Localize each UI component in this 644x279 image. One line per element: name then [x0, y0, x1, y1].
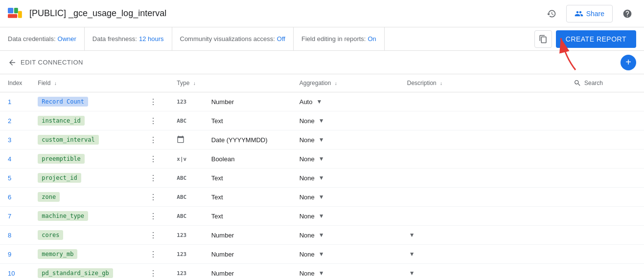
cell-field[interactable]: zone: [30, 188, 138, 207]
row-menu-icon[interactable]: ⋮: [145, 96, 161, 108]
cell-index: 8: [0, 226, 30, 245]
row-menu-icon[interactable]: ⋮: [145, 172, 161, 184]
type-sort-icon: ↓: [193, 81, 196, 86]
logo: [8, 8, 23, 20]
cell-field[interactable]: Record Count: [30, 92, 138, 111]
cell-menu[interactable]: ⋮: [138, 111, 169, 130]
cell-menu[interactable]: ⋮: [138, 92, 169, 111]
cell-index: 4: [0, 150, 30, 169]
cell-type-icon: 123: [169, 245, 203, 264]
cell-description: [399, 169, 566, 188]
back-button[interactable]: EDIT CONNECTION: [8, 58, 83, 67]
aggregation-dropdown[interactable]: ▼: [317, 192, 326, 202]
cell-menu[interactable]: ⋮: [138, 226, 169, 245]
cell-search: [566, 169, 644, 188]
share-label: Share: [586, 10, 604, 18]
help-icon: [622, 9, 632, 19]
community-value[interactable]: Off: [277, 35, 285, 43]
col-aggregation[interactable]: Aggregation ↓: [292, 74, 399, 92]
cell-menu[interactable]: ⋮: [138, 245, 169, 264]
table-header-row: Index Field ↓ Type ↓ Aggregation ↓ Descr: [0, 74, 644, 92]
aggregation-dropdown[interactable]: ▼: [314, 96, 324, 107]
nav-actions: Share: [543, 5, 636, 22]
freshness-value[interactable]: 12 hours: [139, 35, 164, 43]
cell-index: 3: [0, 130, 30, 150]
cell-field[interactable]: machine_type: [30, 207, 138, 226]
row-menu-icon[interactable]: ⋮: [145, 191, 161, 203]
cell-field[interactable]: memory_mb: [30, 245, 138, 264]
cell-type-name: Text: [204, 188, 292, 207]
aggregation-dropdown[interactable]: ▼: [317, 268, 326, 279]
description-dropdown[interactable]: ▼: [407, 249, 417, 259]
aggregation-dropdown[interactable]: ▼: [317, 211, 326, 221]
cell-aggregation: None▼: [292, 264, 399, 279]
aggregation-dropdown[interactable]: ▼: [317, 172, 326, 183]
cell-field[interactable]: preemptible: [30, 150, 138, 169]
cell-description: ▼: [399, 264, 566, 279]
credentials-value[interactable]: Owner: [58, 35, 76, 43]
table-row: 9memory_mb⋮123NumberNone▼▼: [0, 245, 644, 264]
cell-field[interactable]: custom_interval: [30, 130, 138, 150]
cell-menu[interactable]: ⋮: [138, 130, 169, 150]
aggregation-dropdown[interactable]: ▼: [317, 153, 326, 164]
cell-field[interactable]: pd_standard_size_gb: [30, 264, 138, 279]
aggregation-dropdown[interactable]: ▼: [317, 134, 326, 145]
cell-type-icon: [169, 130, 203, 150]
field-sort-icon: ↓: [54, 81, 57, 86]
row-menu-icon[interactable]: ⋮: [145, 115, 161, 127]
table-row: 4preemptible⋮x|vBooleanNone▼: [0, 150, 644, 169]
cell-aggregation: None▼: [292, 169, 399, 188]
row-menu-icon[interactable]: ⋮: [145, 134, 161, 146]
cell-field[interactable]: cores: [30, 226, 138, 245]
add-field-button[interactable]: +: [621, 55, 636, 70]
cell-type-icon: 123: [169, 92, 203, 111]
community-label: Community visualizations access:: [180, 35, 275, 43]
history-icon: [547, 9, 556, 19]
cell-type-name: Text: [204, 207, 292, 226]
row-menu-icon[interactable]: ⋮: [145, 229, 161, 241]
create-report-button[interactable]: CREATE REPORT: [556, 30, 636, 48]
table-row: 6zone⋮ABCTextNone▼: [0, 188, 644, 207]
row-menu-icon[interactable]: ⋮: [145, 210, 161, 222]
col-field[interactable]: Field ↓: [30, 74, 138, 92]
search-label[interactable]: Search: [584, 80, 603, 86]
cell-field[interactable]: project_id: [30, 169, 138, 188]
row-menu-icon[interactable]: ⋮: [145, 267, 161, 279]
field-editing-value[interactable]: On: [368, 35, 376, 43]
col-description[interactable]: Description ↓: [399, 74, 566, 92]
copy-icon: [539, 35, 548, 43]
row-menu-icon[interactable]: ⋮: [145, 153, 161, 165]
help-button[interactable]: [619, 5, 636, 22]
cell-search: [566, 150, 644, 169]
cell-menu[interactable]: ⋮: [138, 188, 169, 207]
cell-aggregation: None▼: [292, 111, 399, 130]
calendar-icon: [177, 135, 184, 143]
description-dropdown[interactable]: ▼: [407, 230, 417, 240]
history-button[interactable]: [543, 5, 560, 22]
cell-index: 6: [0, 188, 30, 207]
edit-connection-label: EDIT CONNECTION: [21, 59, 83, 66]
cell-menu[interactable]: ⋮: [138, 264, 169, 279]
aggregation-dropdown[interactable]: ▼: [317, 115, 326, 126]
aggregation-dropdown[interactable]: ▼: [317, 249, 326, 259]
cell-field[interactable]: instance_id: [30, 111, 138, 130]
table-row: 8cores⋮123NumberNone▼▼: [0, 226, 644, 245]
cell-description: [399, 150, 566, 169]
cell-search: [566, 130, 644, 150]
share-button[interactable]: Share: [566, 5, 613, 22]
cell-menu[interactable]: ⋮: [138, 169, 169, 188]
cell-menu[interactable]: ⋮: [138, 207, 169, 226]
cell-description: [399, 92, 566, 111]
cell-type-icon: 123: [169, 226, 203, 245]
cell-aggregation: None▼: [292, 226, 399, 245]
row-menu-icon[interactable]: ⋮: [145, 248, 161, 260]
fields-table: Index Field ↓ Type ↓ Aggregation ↓ Descr: [0, 74, 644, 279]
aggregation-dropdown[interactable]: ▼: [317, 230, 326, 240]
search-icon: [574, 79, 581, 87]
description-dropdown[interactable]: ▼: [407, 268, 417, 279]
table-body: 1Record Count⋮123NumberAuto▼2instance_id…: [0, 92, 644, 279]
copy-button[interactable]: [534, 30, 552, 48]
col-typeicon[interactable]: Type ↓: [169, 74, 203, 92]
edit-connection-bar: EDIT CONNECTION +: [0, 51, 644, 74]
cell-menu[interactable]: ⋮: [138, 150, 169, 169]
